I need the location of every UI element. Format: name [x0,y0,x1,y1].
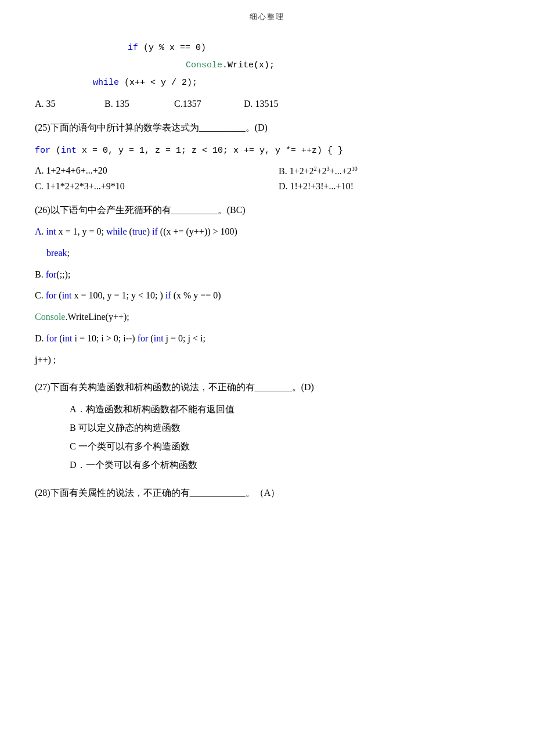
q25-options: A. 1+2+4+6+...+20 B. 1+2+22+23+...+210 C… [35,165,499,192]
q27-options: A．构造函数和析构函数都不能有返回值 B 可以定义静态的构造函数 C 一个类可以… [35,400,499,474]
q26-option-a: A. int x = 1, y = 0; while (true) if ((x… [35,224,499,240]
q24-option-b: B. 135 [104,99,151,109]
q27-option-c: C 一个类可以有多个构造函数 [35,437,499,456]
keyword-while: while [93,78,119,88]
q27-text: (27)下面有关构造函数和析构函数的说法，不正确的有________。(D) [35,379,499,396]
code-line-1: if (y % x == 0) [35,39,499,57]
q24-option-a: A. 35 [35,99,81,109]
q25-code: for (int x = 0, y = 1, z = 1; z < 10; x … [35,142,499,160]
q25-option-a: A. 1+2+4+6+...+20 [35,165,255,177]
q28-text: (28)下面有关属性的说法，不正确的有____________。（A） [35,485,499,502]
q26-option-d-cont: j++) ; [35,352,499,369]
q26-text: (26)以下语句中会产生死循环的有__________。(BC) [35,202,499,219]
keyword-if: if [128,43,138,53]
q27-option-b: B 可以定义静态的构造函数 [35,419,499,437]
q27-option-d: D．一个类可以有多个析构函数 [35,456,499,474]
object-console: Console [186,60,222,70]
page-header: 细心整理 [35,12,499,22]
q26-option-a-break: break; [35,245,499,262]
q24-options: A. 35 B. 135 C.1357 D. 13515 [35,99,499,109]
q25-text: (25)下面的语句中所计算的数学表达式为__________。(D) [35,120,499,136]
q26-option-d: D. for (int i = 10; i > 0; i--) for (int… [35,330,499,347]
q26-option-b: B. for(;;); [35,267,499,283]
q26-option-c-console: Console.WriteLine(y++); [35,309,499,326]
code-line-2: Console.Write(x); [35,57,499,74]
q25-option-b: B. 1+2+22+23+...+210 [279,165,499,177]
q24-option-c: C.1357 [174,99,221,109]
q27-option-a: A．构造函数和析构函数都不能有返回值 [35,400,499,419]
code-block-top: if (y % x == 0) Console.Write(x); while … [35,39,499,92]
q25-option-c: C. 1+1*2+2*3+...+9*10 [35,181,255,192]
code-line-3: while (x++ < y / 2); [35,74,499,92]
q25-option-d: D. 1!+2!+3!+...+10! [279,181,499,192]
keyword-for-q25: for [35,146,50,156]
q24-option-d: D. 13515 [244,99,290,109]
q26-option-c: C. for (int x = 100, y = 1; y < 10; ) if… [35,287,499,304]
